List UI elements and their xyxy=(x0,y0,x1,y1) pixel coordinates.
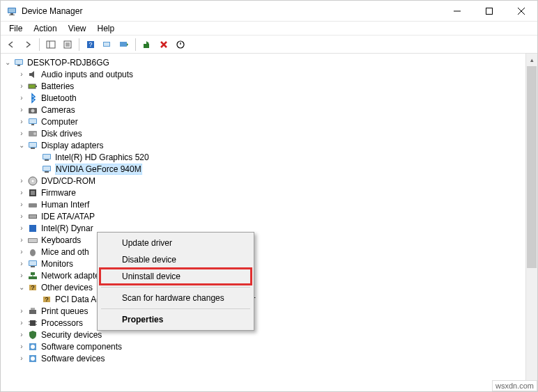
svg-text:?: ? xyxy=(45,296,48,303)
svg-point-73 xyxy=(31,356,35,361)
tree-node[interactable]: ›Bluetooth xyxy=(2,92,536,104)
tree-node[interactable]: ›Monitors xyxy=(2,258,536,269)
vertical-scrollbar[interactable]: ▴ ▾ xyxy=(525,54,537,390)
tree-node[interactable]: ⌄?Other devices xyxy=(2,281,536,293)
tree-node[interactable]: ›Mice and oth xyxy=(2,246,536,258)
expand-icon[interactable]: › xyxy=(17,106,26,114)
maximize-button[interactable] xyxy=(473,1,505,22)
properties-button[interactable] xyxy=(60,37,75,52)
menu-view[interactable]: View xyxy=(63,22,92,35)
back-button[interactable] xyxy=(3,37,19,52)
close-button[interactable] xyxy=(505,1,537,22)
separator xyxy=(39,38,40,51)
tree-leaf[interactable]: NVIDIA GeForce 940M xyxy=(2,163,536,175)
menu-help[interactable]: Help xyxy=(92,22,121,35)
tree-node[interactable]: ›Keyboards xyxy=(2,234,536,246)
tree-node[interactable]: ›Batteries xyxy=(2,80,536,92)
ctx-update-driver[interactable]: Update driver xyxy=(100,235,252,251)
tree-node[interactable]: ›Disk drives xyxy=(2,127,536,139)
node-label: Human Interf xyxy=(41,200,89,210)
category-icon xyxy=(27,306,38,317)
category-icon xyxy=(27,69,38,80)
scroll-up-button[interactable]: ▴ xyxy=(526,54,537,65)
tree-leaf[interactable]: ?PCI Data Acquisition and Signal Process… xyxy=(2,293,536,305)
svg-rect-65 xyxy=(30,320,36,326)
content-area: ⌄DESKTOP-RDJB6GG›Audio inputs and output… xyxy=(1,54,537,390)
svg-rect-17 xyxy=(104,42,109,46)
category-icon xyxy=(27,341,38,352)
expand-icon[interactable]: › xyxy=(17,307,26,315)
tree-node[interactable]: ›Intel(R) Dynar xyxy=(2,222,536,234)
tree-root[interactable]: ⌄DESKTOP-RDJB6GG xyxy=(2,56,536,68)
tree-leaf[interactable]: Intel(R) HD Graphics 520 xyxy=(2,151,536,163)
scroll-thumb[interactable] xyxy=(527,66,537,268)
enable-device-button[interactable] xyxy=(139,37,155,52)
expand-icon[interactable]: › xyxy=(17,94,26,102)
titlebar: Device Manager xyxy=(1,1,537,22)
ctx-properties[interactable]: Properties xyxy=(100,311,252,328)
expand-icon[interactable]: › xyxy=(17,319,26,327)
svg-text:?: ? xyxy=(31,284,34,291)
tree-node[interactable]: ›Software devices xyxy=(2,352,536,364)
ctx-uninstall-device[interactable]: Uninstall device xyxy=(100,268,252,285)
ctx-disable-device[interactable]: Disable device xyxy=(100,251,252,268)
expand-icon[interactable]: › xyxy=(17,236,26,244)
forward-button[interactable] xyxy=(20,37,36,52)
expand-icon[interactable]: › xyxy=(17,260,26,268)
tree-node[interactable]: ⌄Display adapters xyxy=(2,139,536,151)
expand-icon[interactable]: › xyxy=(17,343,26,351)
node-label: Disk drives xyxy=(41,129,82,139)
expand-icon[interactable]: › xyxy=(17,130,26,138)
disable-device-button[interactable] xyxy=(173,37,188,52)
show-hide-tree-button[interactable] xyxy=(43,37,59,52)
expand-icon[interactable]: › xyxy=(17,82,26,91)
expand-icon[interactable]: › xyxy=(17,248,26,256)
expand-icon[interactable]: › xyxy=(17,177,26,185)
app-icon xyxy=(6,6,17,17)
expand-icon[interactable]: ⌄ xyxy=(17,141,26,150)
tree-node[interactable]: ›Audio inputs and outputs xyxy=(2,68,536,80)
tree-node[interactable]: ›DVD/CD-ROM xyxy=(2,175,536,187)
node-label: Cameras xyxy=(41,105,75,115)
expand-icon[interactable]: › xyxy=(17,354,26,363)
tree-node[interactable]: ›IDE ATA/ATAP xyxy=(2,210,536,222)
tree-node[interactable]: ›Print queues xyxy=(2,305,536,317)
svg-rect-57 xyxy=(31,272,35,275)
collapse-icon[interactable]: ⌄ xyxy=(3,58,12,67)
tree-node[interactable]: ›Firmware xyxy=(2,187,536,198)
expand-icon[interactable]: › xyxy=(17,331,26,339)
minimize-button[interactable] xyxy=(441,1,473,22)
device-tree[interactable]: ⌄DESKTOP-RDJB6GG›Audio inputs and output… xyxy=(1,54,537,390)
uninstall-button[interactable] xyxy=(156,37,171,52)
spacer xyxy=(31,295,40,304)
ctx-scan-hardware[interactable]: Scan for hardware changes xyxy=(100,290,252,306)
tree-node[interactable]: ›Security devices xyxy=(2,329,536,340)
tree-node[interactable]: ›Cameras xyxy=(2,104,536,116)
update-driver-button[interactable] xyxy=(116,37,132,52)
category-icon xyxy=(27,211,38,222)
expand-icon[interactable]: › xyxy=(17,272,26,280)
menubar: File Action View Help xyxy=(1,22,537,36)
expand-icon[interactable]: › xyxy=(17,189,26,197)
tree-node[interactable]: ›Processors xyxy=(2,317,536,329)
expand-icon[interactable]: › xyxy=(17,201,26,209)
expand-icon[interactable]: ⌄ xyxy=(17,283,26,292)
tree-node[interactable]: ›Network adapters xyxy=(2,269,536,281)
node-label: DVD/CD-ROM xyxy=(41,176,95,186)
tree-node[interactable]: ›Human Interf xyxy=(2,198,536,210)
menu-action[interactable]: Action xyxy=(28,22,62,35)
svg-rect-40 xyxy=(43,166,50,171)
category-icon xyxy=(27,329,38,340)
expand-icon[interactable]: › xyxy=(17,118,26,126)
menu-file[interactable]: File xyxy=(3,22,28,35)
scan-hardware-button[interactable] xyxy=(100,37,115,52)
tree-node[interactable]: ›Software components xyxy=(2,340,536,352)
expand-icon[interactable]: › xyxy=(17,224,26,233)
category-icon xyxy=(27,353,38,364)
expand-icon[interactable]: › xyxy=(17,212,26,221)
tree-node[interactable]: ›Computer xyxy=(2,116,536,127)
help-button[interactable]: ? xyxy=(83,37,98,52)
expand-icon[interactable]: › xyxy=(17,70,26,79)
svg-rect-34 xyxy=(29,143,36,147)
svg-rect-29 xyxy=(29,119,36,123)
